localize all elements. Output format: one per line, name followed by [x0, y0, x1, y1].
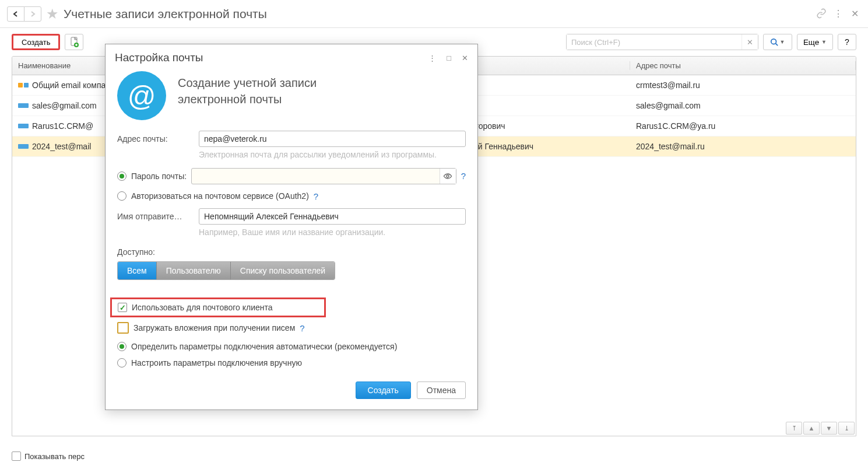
cell-name: 2024_test@mail — [32, 142, 91, 151]
sender-label: Имя отправите… — [117, 208, 199, 221]
at-sign-icon: @ — [117, 71, 166, 120]
load-attachments-checkbox[interactable] — [117, 322, 129, 334]
envelope-icon — [18, 103, 29, 108]
use-client-checkbox[interactable] — [118, 303, 127, 312]
dialog-title: Настройка почты — [115, 51, 203, 64]
link-icon[interactable] — [816, 8, 828, 20]
page-title: Учетные записи электронной почты — [64, 7, 267, 21]
oauth-help-icon[interactable]: ? — [314, 191, 318, 201]
use-client-row: Использовать для почтового клиента — [110, 298, 326, 317]
column-owner[interactable]: ля — [455, 61, 630, 70]
load-attachments-help-icon[interactable]: ? — [300, 323, 304, 333]
nav-down-button[interactable]: ▼ — [821, 422, 837, 435]
search-clear-button[interactable]: ✕ — [742, 34, 758, 50]
more-label: Еще — [803, 38, 819, 47]
oauth-radio-label: Авторизоваться на почтовом сервисе (OAut… — [131, 191, 309, 201]
show-password-button[interactable] — [440, 169, 456, 184]
nav-forward-button[interactable] — [24, 6, 41, 22]
show-personal-checkbox[interactable] — [12, 452, 21, 461]
mail-settings-dialog: Настройка почты ⋮ □ ✕ @ Создание учетной… — [105, 44, 478, 410]
kebab-menu-icon[interactable]: ⋮ — [834, 8, 843, 19]
email-hint: Электронная почта для рассылки уведомлен… — [199, 149, 466, 161]
cell-name: sales@gmail.com — [32, 101, 97, 110]
seg-user[interactable]: Пользователю — [157, 262, 231, 279]
search-input[interactable] — [567, 34, 742, 50]
dialog-subtitle: Создание учетной записи электронной почт… — [178, 71, 317, 107]
available-label: Доступно: — [117, 247, 466, 257]
dialog-maximize-icon[interactable]: □ — [447, 54, 451, 62]
cell-address: Rarus1C.CRM@ya.ru — [636, 121, 715, 131]
close-icon[interactable]: ✕ — [849, 8, 861, 19]
nav-back-button[interactable] — [7, 6, 24, 22]
manual-params-label: Настроить параметры подключения вручную — [131, 358, 302, 368]
cell-name: Rarus1C.CRM@ — [32, 121, 93, 131]
bottom-bar: Показывать перс — [12, 452, 85, 461]
envelope-icon — [18, 144, 29, 149]
column-address[interactable]: Адрес почты — [630, 61, 856, 70]
envelope-icon — [18, 83, 29, 88]
cell-address: sales@gmail.com — [636, 101, 701, 110]
show-personal-label: Показывать перс — [24, 452, 85, 461]
seg-all[interactable]: Всем — [118, 262, 157, 279]
password-help-icon[interactable]: ? — [461, 171, 466, 181]
nav-up-button[interactable]: ▲ — [803, 422, 820, 435]
svg-point-3 — [447, 175, 449, 177]
dialog-cancel-button[interactable]: Отмена — [417, 382, 466, 399]
password-radio[interactable] — [117, 172, 126, 181]
copy-button[interactable] — [65, 34, 83, 50]
create-button[interactable]: Создать — [12, 34, 60, 50]
cell-address: 2024_test@mail.ru — [636, 142, 705, 151]
page-header: ★ Учетные записи электронной почты ⋮ ✕ — [0, 0, 868, 28]
favorite-star-icon[interactable]: ★ — [46, 6, 59, 22]
password-input[interactable] — [192, 172, 439, 180]
sender-hint: Например, Ваше имя или название организа… — [199, 227, 466, 239]
more-button[interactable]: Еще ▼ — [797, 34, 833, 50]
manual-params-radio[interactable] — [117, 358, 126, 368]
load-attachments-label: Загружать вложения при получении писем — [133, 323, 295, 332]
help-button[interactable]: ? — [838, 34, 856, 50]
dialog-create-button[interactable]: Создать — [356, 382, 411, 399]
nav-first-button[interactable]: ⤒ — [786, 422, 802, 435]
svg-point-2 — [771, 39, 776, 44]
email-label: Адрес почты: — [117, 131, 199, 144]
seg-list[interactable]: Списку пользователей — [231, 262, 335, 279]
cell-address: crmtest3@mail.ru — [636, 80, 700, 90]
sender-input[interactable] — [199, 208, 466, 225]
use-client-label: Использовать для почтового клиента — [132, 303, 273, 312]
dialog-kebab-icon[interactable]: ⋮ — [428, 54, 436, 62]
envelope-icon — [18, 124, 29, 128]
email-input[interactable] — [199, 131, 466, 147]
dialog-header: Настройка почты ⋮ □ ✕ — [106, 44, 477, 71]
oauth-radio[interactable] — [117, 191, 126, 201]
password-radio-label: Пароль почты: — [131, 172, 187, 181]
auto-params-label: Определить параметры подключения автомат… — [131, 342, 397, 351]
search-button[interactable]: ▼ — [763, 34, 792, 50]
auto-params-radio[interactable] — [117, 342, 126, 351]
available-segment: Всем Пользователю Списку пользователей — [117, 261, 335, 280]
nav-last-button[interactable]: ⤓ — [838, 422, 855, 435]
dialog-close-icon[interactable]: ✕ — [462, 54, 468, 62]
table-nav: ⤒ ▲ ▼ ⤓ — [786, 422, 855, 435]
search-box: ✕ — [566, 34, 758, 50]
